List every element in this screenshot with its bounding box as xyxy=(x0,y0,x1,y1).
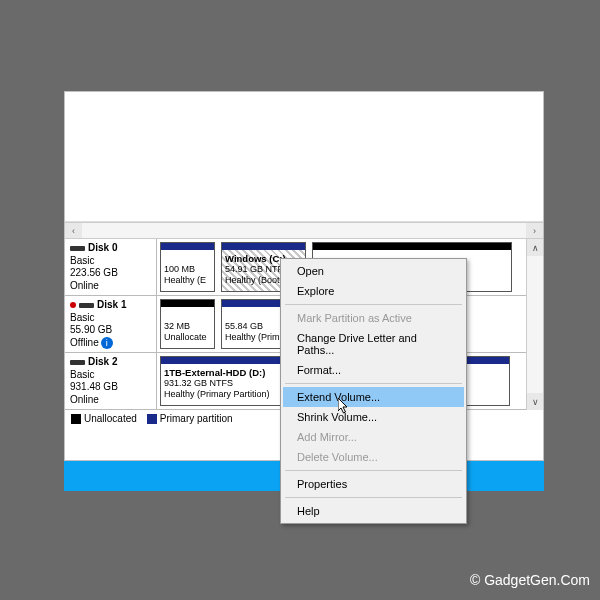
menu-separator xyxy=(285,497,462,498)
partition-status: Unallocate xyxy=(164,332,211,343)
disk-size: 931.48 GB xyxy=(70,381,118,392)
menu-item: Add Mirror... xyxy=(283,427,464,447)
disk-status: Online xyxy=(70,280,99,291)
disk-size: 55.90 GB xyxy=(70,324,112,335)
horizontal-scrollbar[interactable]: ‹ › xyxy=(65,222,543,239)
disk-name: Disk 2 xyxy=(88,356,117,367)
legend-label-primary: Primary partition xyxy=(160,413,233,424)
menu-item[interactable]: Explore xyxy=(283,281,464,301)
partition[interactable]: 32 MBUnallocate xyxy=(160,299,215,349)
menu-separator xyxy=(285,383,462,384)
menu-item[interactable]: Change Drive Letter and Paths... xyxy=(283,328,464,360)
partition-status: Healthy (E xyxy=(164,275,211,286)
partition-size: 32 MB xyxy=(164,321,211,332)
disk-info[interactable]: Disk 0Basic223.56 GBOnline xyxy=(65,239,157,295)
legend-label-unallocated: Unallocated xyxy=(84,413,137,424)
info-icon: i xyxy=(101,337,113,349)
partition-topbar xyxy=(313,243,511,250)
context-menu: OpenExploreMark Partition as ActiveChang… xyxy=(280,258,467,524)
legend-swatch-unallocated xyxy=(71,414,81,424)
menu-item[interactable]: Properties xyxy=(283,474,464,494)
scroll-track[interactable] xyxy=(82,223,526,238)
disk-name: Disk 0 xyxy=(88,242,117,253)
watermark: © GadgetGen.Com xyxy=(470,572,590,588)
partition-size: 100 MB xyxy=(164,264,211,275)
disk-icon xyxy=(70,246,85,251)
scroll-down-arrow-icon[interactable]: ∨ xyxy=(527,393,543,410)
partition-topbar xyxy=(222,243,305,250)
disk-type: Basic xyxy=(70,255,94,266)
menu-item[interactable]: Extend Volume... xyxy=(283,387,464,407)
menu-item[interactable]: Format... xyxy=(283,360,464,380)
disk-type: Basic xyxy=(70,369,94,380)
legend-swatch-primary xyxy=(147,414,157,424)
upper-pane xyxy=(65,92,543,222)
menu-separator xyxy=(285,304,462,305)
scroll-left-arrow-icon[interactable]: ‹ xyxy=(65,223,82,238)
partition[interactable]: 100 MBHealthy (E xyxy=(160,242,215,292)
disk-type: Basic xyxy=(70,312,94,323)
partition-topbar xyxy=(161,243,214,250)
disk-icon xyxy=(79,303,94,308)
disk-info[interactable]: Disk 2Basic931.48 GBOnline xyxy=(65,353,157,409)
disk-size: 223.56 GB xyxy=(70,267,118,278)
menu-item[interactable]: Open xyxy=(283,261,464,281)
disk-name: Disk 1 xyxy=(97,299,126,310)
menu-item[interactable]: Help xyxy=(283,501,464,521)
menu-item: Delete Volume... xyxy=(283,447,464,467)
scroll-track[interactable] xyxy=(527,256,543,393)
disk-status: Online xyxy=(70,394,99,405)
disk-status: Offline xyxy=(70,337,99,348)
menu-item: Mark Partition as Active xyxy=(283,308,464,328)
vertical-scrollbar[interactable]: ∧ ∨ xyxy=(526,239,543,410)
scroll-right-arrow-icon[interactable]: › xyxy=(526,223,543,238)
disk-icon xyxy=(70,360,85,365)
scroll-up-arrow-icon[interactable]: ∧ xyxy=(527,239,543,256)
disk-info[interactable]: Disk 1Basic55.90 GBOfflinei xyxy=(65,296,157,352)
menu-item[interactable]: Shrink Volume... xyxy=(283,407,464,427)
menu-separator xyxy=(285,470,462,471)
partition-topbar xyxy=(161,300,214,307)
error-dot-icon xyxy=(70,299,79,310)
